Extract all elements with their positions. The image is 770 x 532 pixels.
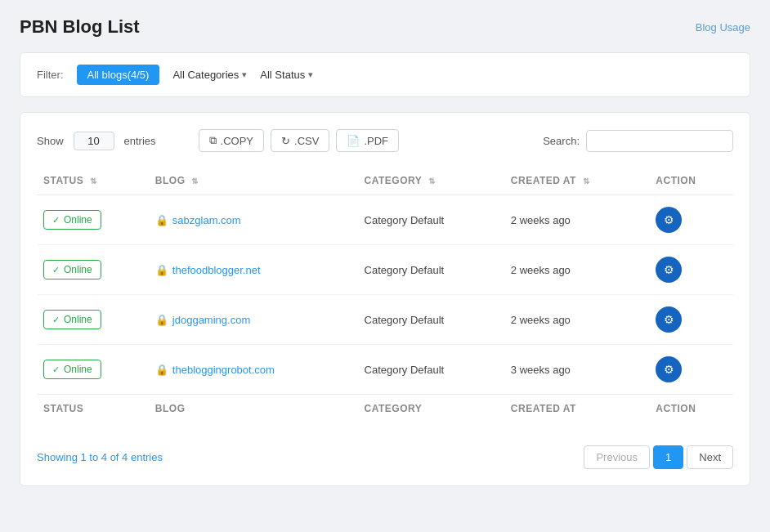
all-blogs-button[interactable]: All blogs(4/5) bbox=[77, 65, 160, 85]
entries-input[interactable] bbox=[74, 132, 114, 150]
check-icon: ✓ bbox=[52, 364, 60, 375]
showing-text: Showing 1 to 4 of 4 entries bbox=[37, 451, 163, 463]
status-badge: ✓ Online bbox=[43, 260, 101, 279]
category-cell: Category Default bbox=[358, 345, 504, 395]
col-status[interactable]: STATUS ⇅ bbox=[37, 167, 149, 195]
footer-col-action: ACTION bbox=[649, 395, 733, 423]
previous-button[interactable]: Previous bbox=[584, 445, 650, 469]
status-badge: ✓ Online bbox=[43, 360, 101, 379]
entries-label: entries bbox=[124, 135, 156, 147]
created-at-cell: 2 weeks ago bbox=[504, 295, 650, 345]
action-settings-button[interactable]: ⚙ bbox=[656, 356, 682, 382]
page-title: PBN Blog List bbox=[20, 16, 140, 38]
action-settings-button[interactable]: ⚙ bbox=[656, 207, 682, 233]
gear-icon: ⚙ bbox=[664, 313, 674, 326]
search-area: Search: bbox=[543, 130, 733, 152]
blog-link[interactable]: 🔒 thebloggingrobot.com bbox=[155, 364, 351, 376]
pdf-button[interactable]: 📄 .PDF bbox=[336, 129, 399, 152]
col-created-at[interactable]: CREATED AT ⇅ bbox=[504, 167, 650, 195]
col-action: ACTION bbox=[649, 167, 733, 195]
pdf-icon: 📄 bbox=[347, 135, 360, 147]
filter-bar: Filter: All blogs(4/5) All Categories Al… bbox=[20, 52, 750, 97]
show-label: Show bbox=[37, 135, 64, 147]
blog-link[interactable]: 🔒 sabzglam.com bbox=[155, 214, 351, 226]
copy-button[interactable]: ⧉ .COPY bbox=[199, 129, 264, 152]
page-header: PBN Blog List Blog Usage bbox=[20, 16, 750, 38]
status-badge: ✓ Online bbox=[43, 310, 101, 329]
lock-icon: 🔒 bbox=[155, 214, 168, 226]
table-toolbar: Show entries ⧉ .COPY ↻ .CSV 📄 .PDF Searc… bbox=[37, 129, 733, 152]
next-button[interactable]: Next bbox=[687, 445, 733, 469]
action-settings-button[interactable]: ⚙ bbox=[656, 306, 682, 333]
check-icon: ✓ bbox=[52, 265, 60, 275]
table-row: ✓ Online 🔒 sabzglam.com Category Default… bbox=[37, 195, 733, 245]
blog-table: STATUS ⇅ BLOG ⇅ CATEGORY ⇅ CREATED AT ⇅ … bbox=[37, 167, 733, 422]
pagination: Previous 1 Next bbox=[584, 445, 733, 469]
gear-icon: ⚙ bbox=[664, 213, 674, 226]
blog-link[interactable]: 🔒 thefoodblogger.net bbox=[155, 264, 351, 276]
col-blog[interactable]: BLOG ⇅ bbox=[149, 167, 358, 195]
blog-link[interactable]: 🔒 jdoggaming.com bbox=[155, 314, 351, 326]
status-badge: ✓ Online bbox=[43, 210, 101, 230]
category-cell: Category Default bbox=[358, 195, 504, 245]
action-settings-button[interactable]: ⚙ bbox=[656, 257, 682, 283]
footer-col-blog: BLOG bbox=[149, 395, 358, 423]
col-category[interactable]: CATEGORY ⇅ bbox=[358, 167, 504, 195]
sort-icon-blog: ⇅ bbox=[191, 177, 199, 186]
all-categories-button[interactable]: All Categories bbox=[172, 69, 247, 81]
gear-icon: ⚙ bbox=[664, 363, 674, 376]
created-at-cell: 2 weeks ago bbox=[504, 245, 650, 295]
export-buttons: ⧉ .COPY ↻ .CSV 📄 .PDF bbox=[199, 129, 399, 152]
search-label: Search: bbox=[543, 135, 580, 147]
filter-label: Filter: bbox=[37, 69, 64, 81]
showing-rest: to 4 of 4 entries bbox=[87, 451, 163, 463]
check-icon: ✓ bbox=[52, 215, 60, 226]
gear-icon: ⚙ bbox=[664, 263, 674, 276]
lock-icon: 🔒 bbox=[155, 364, 168, 376]
showing-from: 1 bbox=[80, 451, 86, 463]
nav-link[interactable]: Blog Usage bbox=[696, 21, 750, 34]
showing-prefix: Showing bbox=[37, 451, 80, 463]
search-input[interactable] bbox=[586, 130, 733, 152]
footer-col-status: STATUS bbox=[37, 395, 149, 423]
category-cell: Category Default bbox=[358, 245, 504, 295]
sort-icon-status: ⇅ bbox=[90, 177, 97, 186]
footer-col-created-at: CREATED AT bbox=[504, 395, 650, 423]
table-row: ✓ Online 🔒 thebloggingrobot.com Category… bbox=[37, 345, 733, 395]
all-status-button[interactable]: All Status bbox=[260, 69, 313, 81]
table-footer: Showing 1 to 4 of 4 entries Previous 1 N… bbox=[37, 437, 733, 469]
footer-col-category: CATEGORY bbox=[358, 395, 504, 423]
main-card: Show entries ⧉ .COPY ↻ .CSV 📄 .PDF Searc… bbox=[20, 112, 750, 486]
sort-icon-created-at: ⇅ bbox=[583, 177, 590, 186]
sort-icon-category: ⇅ bbox=[428, 177, 436, 186]
created-at-cell: 3 weeks ago bbox=[504, 345, 650, 395]
table-row: ✓ Online 🔒 jdoggaming.com Category Defau… bbox=[37, 295, 733, 345]
category-cell: Category Default bbox=[358, 295, 504, 345]
copy-icon: ⧉ bbox=[209, 134, 217, 147]
table-row: ✓ Online 🔒 thefoodblogger.net Category D… bbox=[37, 245, 733, 295]
check-icon: ✓ bbox=[52, 315, 60, 325]
created-at-cell: 2 weeks ago bbox=[504, 195, 650, 245]
lock-icon: 🔒 bbox=[155, 264, 168, 276]
csv-icon: ↻ bbox=[281, 135, 290, 147]
page-1-button[interactable]: 1 bbox=[653, 445, 683, 469]
csv-button[interactable]: ↻ .CSV bbox=[271, 129, 329, 152]
lock-icon: 🔒 bbox=[155, 314, 168, 326]
